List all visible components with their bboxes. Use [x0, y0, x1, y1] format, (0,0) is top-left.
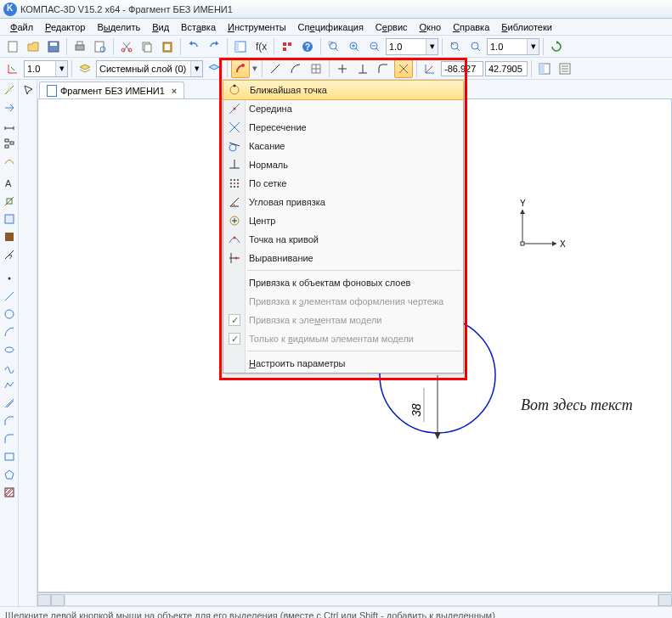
- arc-tool-icon[interactable]: [1, 323, 18, 340]
- zoom-out-button[interactable]: [365, 37, 384, 56]
- spec-button[interactable]: [556, 59, 574, 78]
- cut-button[interactable]: [117, 37, 136, 56]
- poly-tool-icon[interactable]: [1, 466, 18, 483]
- zoom-input-b[interactable]: [488, 40, 527, 53]
- ortho-button[interactable]: [333, 59, 352, 78]
- print-button[interactable]: [71, 37, 89, 56]
- document-tab[interactable]: Фрагмент БЕЗ ИМЕНИ1 ×: [39, 81, 184, 98]
- menu-item-oncurve[interactable]: Точка на кривой: [223, 230, 463, 249]
- ellipse-tool-icon[interactable]: [1, 341, 18, 358]
- menu-edit[interactable]: Редактор: [40, 20, 90, 34]
- menu-help[interactable]: Справка: [448, 20, 494, 34]
- menu-tools[interactable]: Инструменты: [223, 20, 291, 34]
- chevron-down-icon[interactable]: ▾: [527, 39, 539, 54]
- polyline-tool-icon[interactable]: [1, 377, 18, 394]
- horizontal-scrollbar[interactable]: [37, 593, 672, 606]
- zoom-input-a[interactable]: [387, 40, 426, 53]
- scroll-left-arrow[interactable]: [37, 594, 51, 606]
- zoom-window-button[interactable]: [325, 37, 343, 56]
- round-button[interactable]: [374, 59, 392, 78]
- menu-item-point[interactable]: Ближайшая точка: [223, 80, 464, 100]
- spline-tool-icon[interactable]: [1, 359, 18, 376]
- close-icon[interactable]: ×: [172, 86, 177, 96]
- save-button[interactable]: [44, 37, 63, 56]
- zoom-next-button[interactable]: [466, 37, 485, 56]
- spec-sheet-icon[interactable]: [1, 211, 18, 228]
- dimension-icon[interactable]: [1, 117, 18, 134]
- menu-libraries[interactable]: Библиотеки: [496, 20, 557, 34]
- scale-input[interactable]: [25, 62, 55, 76]
- coord-y-input[interactable]: [485, 61, 528, 76]
- scroll-left-arrow-2[interactable]: [51, 594, 65, 606]
- arc-button[interactable]: [286, 59, 305, 78]
- geometry-icon[interactable]: [1, 81, 18, 98]
- help-button[interactable]: ?: [298, 37, 317, 56]
- scroll-right-arrow[interactable]: [658, 594, 672, 606]
- preview-button[interactable]: [91, 37, 110, 56]
- menu-item-angle[interactable]: Угловая привязка: [223, 193, 463, 211]
- menu-item-center[interactable]: Центр: [223, 211, 463, 230]
- menu-view[interactable]: Вид: [147, 20, 174, 34]
- variables-button[interactable]: f(x): [251, 37, 270, 56]
- properties-button[interactable]: [278, 37, 296, 56]
- cursor-icon[interactable]: [20, 81, 37, 98]
- layer-button[interactable]: [76, 59, 94, 78]
- scroll-track[interactable]: [65, 594, 658, 606]
- menu-insert[interactable]: Вставка: [176, 20, 221, 34]
- menu-window[interactable]: Окно: [415, 20, 447, 34]
- copy-button[interactable]: [138, 37, 156, 56]
- line-button[interactable]: [266, 59, 285, 78]
- report-icon[interactable]: [1, 228, 18, 245]
- menu-item-group2[interactable]: Привязка к объектам фоновых слоев: [223, 273, 463, 292]
- coord-x-input[interactable]: [441, 61, 483, 76]
- menu-item-grid[interactable]: По сетке: [223, 174, 463, 193]
- paste-button[interactable]: [158, 37, 177, 56]
- menu-select[interactable]: Выделить: [92, 20, 145, 34]
- zoom-combo-b[interactable]: ▾: [487, 38, 539, 55]
- zoom-combo-a[interactable]: ▾: [386, 38, 438, 55]
- snap-toggle-button[interactable]: [231, 59, 250, 78]
- chevron-down-icon[interactable]: ▾: [55, 61, 67, 76]
- tree-icon[interactable]: [1, 135, 18, 152]
- menu-service[interactable]: Сервис: [370, 20, 413, 34]
- zoom-prev-button[interactable]: [446, 37, 465, 56]
- rect-tool-icon[interactable]: [1, 448, 18, 465]
- menu-item-tangent[interactable]: Касание: [223, 137, 463, 155]
- end-button[interactable]: [535, 59, 554, 78]
- open-button[interactable]: [24, 37, 42, 56]
- layer-input[interactable]: [97, 62, 190, 76]
- perp-button[interactable]: [353, 59, 372, 78]
- menu-item-mid[interactable]: Середина: [223, 99, 463, 118]
- refresh-button[interactable]: [547, 37, 566, 56]
- edit-geom-icon[interactable]: [1, 193, 18, 210]
- zoom-in-button[interactable]: [345, 37, 364, 56]
- text-icon[interactable]: A: [1, 175, 18, 192]
- menu-item-cross[interactable]: Пересечение: [223, 118, 463, 137]
- param-button[interactable]: [394, 59, 413, 78]
- surface-icon[interactable]: [1, 153, 18, 170]
- hatch-tool-icon[interactable]: [1, 484, 18, 501]
- redo-button[interactable]: [205, 37, 223, 56]
- menu-item-configure[interactable]: Настроить параметры: [223, 354, 463, 373]
- layer-combo[interactable]: ▾: [96, 60, 203, 77]
- chevron-down-icon[interactable]: ▾: [426, 39, 438, 54]
- undo-button[interactable]: [184, 37, 203, 56]
- new-button[interactable]: [3, 37, 22, 56]
- menu-item-align[interactable]: Выравнивание: [223, 249, 463, 267]
- point-tool-icon[interactable]: [1, 270, 18, 287]
- scale-combo[interactable]: ▾: [24, 60, 68, 77]
- grid-button[interactable]: [307, 59, 325, 78]
- line-tool-icon[interactable]: [1, 288, 18, 305]
- chevron-down-icon[interactable]: ▾: [190, 61, 202, 76]
- menu-specification[interactable]: Спецификация: [293, 20, 369, 34]
- menu-file[interactable]: Файл: [5, 20, 38, 34]
- coord-toggle-button[interactable]: [3, 59, 22, 78]
- circle-tool-icon[interactable]: [1, 306, 18, 323]
- snap-dropdown-arrow[interactable]: ▾: [251, 63, 258, 74]
- manager-button[interactable]: [231, 37, 250, 56]
- fillet-tool-icon[interactable]: [1, 430, 18, 447]
- menu-item-normal[interactable]: Нормаль: [223, 155, 463, 174]
- chamfer-tool-icon[interactable]: [1, 413, 18, 430]
- layers-manage-button[interactable]: [205, 59, 223, 78]
- measure-icon[interactable]: ?: [1, 246, 18, 263]
